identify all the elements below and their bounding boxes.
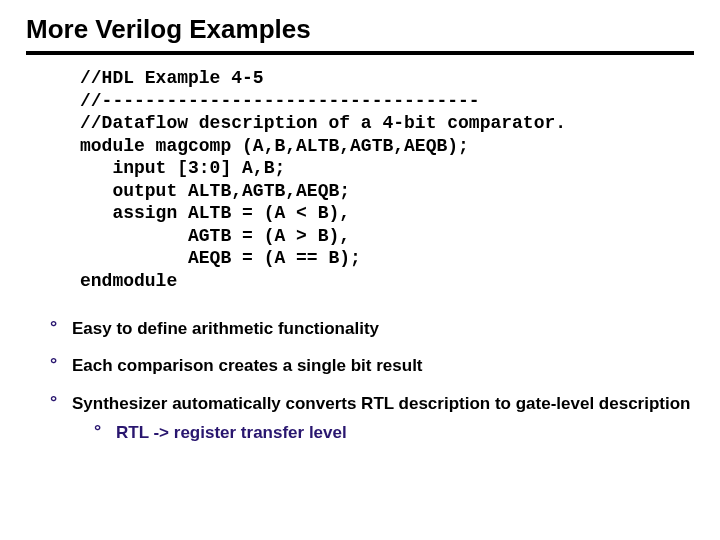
bullet-text: automatically converts RTL description t… — [167, 394, 690, 413]
bullet-item: Synthesizer automatically converts RTL d… — [50, 393, 694, 444]
bullet-item: Each comparison creates a single bit res… — [50, 355, 694, 376]
code-line: AGTB = (A > B), — [80, 226, 350, 246]
bullet-item: Easy to define arithmetic functionality — [50, 318, 694, 339]
bullet-text-emph: Synthesizer — [72, 394, 167, 413]
code-line: AEQB = (A == B); — [80, 248, 361, 268]
bullet-list: Easy to define arithmetic functionality … — [50, 318, 694, 443]
code-line: endmodule — [80, 271, 177, 291]
code-line: //HDL Example 4-5 — [80, 68, 264, 88]
code-line: module magcomp (A,B,ALTB,AGTB,AEQB); — [80, 136, 469, 156]
code-line: assign ALTB = (A < B), — [80, 203, 350, 223]
sub-bullet-text: RTL -> register transfer level — [116, 423, 347, 442]
title-rule — [26, 51, 694, 55]
sub-bullet-list: RTL -> register transfer level — [94, 422, 694, 443]
code-line: output ALTB,AGTB,AEQB; — [80, 181, 350, 201]
sub-bullet-item: RTL -> register transfer level — [94, 422, 694, 443]
page-title: More Verilog Examples — [26, 14, 694, 49]
slide: More Verilog Examples //HDL Example 4-5 … — [0, 0, 720, 540]
bullet-text: Each comparison creates a single bit res… — [72, 356, 423, 375]
code-block: //HDL Example 4-5 //--------------------… — [80, 67, 694, 292]
code-line: input [3:0] A,B; — [80, 158, 285, 178]
code-line: //Dataflow description of a 4-bit compar… — [80, 113, 566, 133]
bullet-text: Easy to define arithmetic functionality — [72, 319, 379, 338]
code-line: //----------------------------------- — [80, 91, 480, 111]
